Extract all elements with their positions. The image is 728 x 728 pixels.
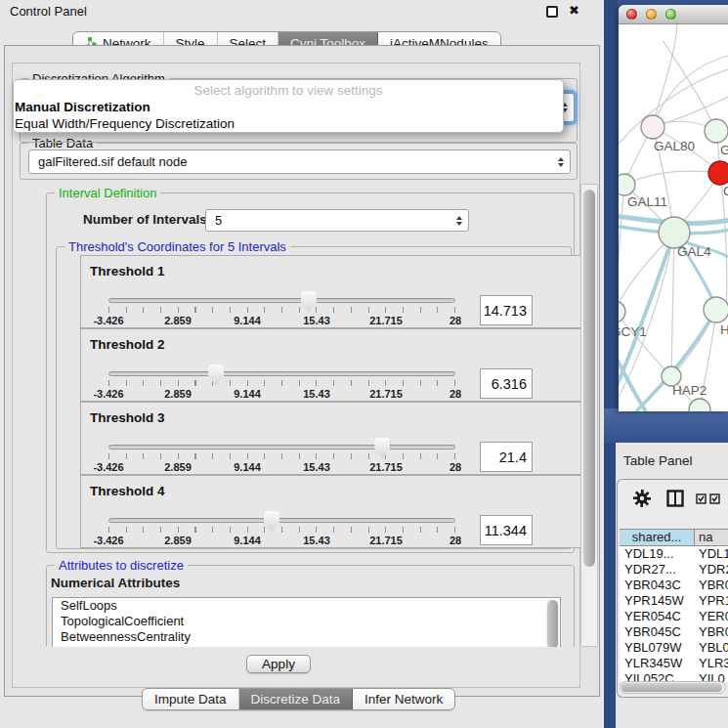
apply-button[interactable]: Apply xyxy=(246,655,311,673)
network-node-selected[interactable] xyxy=(708,161,728,185)
tick-label: 9.144 xyxy=(234,388,261,400)
tab-impute-data[interactable]: Impute Data xyxy=(143,689,239,709)
combo-arrows-icon xyxy=(558,157,564,167)
main-scrollbar[interactable] xyxy=(580,184,598,647)
network-node-label: HAP2 xyxy=(672,383,707,398)
network-node[interactable] xyxy=(619,174,635,195)
table-cell[interactable]: YBR045C xyxy=(620,624,697,640)
dropdown-option-manual[interactable]: Manual Discretization xyxy=(14,99,563,115)
threshold-slider[interactable]: -3.426 2.859 9.144 15.43 21.715 28 xyxy=(108,437,455,474)
threshold-value-field[interactable]: 14.713 xyxy=(480,295,533,325)
table-row[interactable]: YER054CYER0 xyxy=(620,609,728,624)
thresholds-group-title: Threshold's Coordinates for 5 Intervals xyxy=(64,239,290,254)
number-of-intervals-label: Number of Intervals xyxy=(83,212,207,227)
tab-discretize-data[interactable]: Discretize Data xyxy=(239,689,354,709)
split-view-icon[interactable] xyxy=(666,490,684,507)
table-panel-title: Table Panel xyxy=(623,453,693,468)
slider-ticks xyxy=(108,453,455,459)
network-node[interactable] xyxy=(641,115,664,139)
threshold-label: Threshold 1 xyxy=(90,264,165,278)
slider-ticks xyxy=(108,307,455,313)
table-cell[interactable]: YBL079W xyxy=(620,640,697,656)
scrollbar-thumb[interactable] xyxy=(621,683,722,692)
table-cell[interactable]: YPR1 xyxy=(697,593,728,609)
table-horizontal-scrollbar[interactable] xyxy=(620,681,726,694)
tick-label: 2.859 xyxy=(164,315,192,326)
table-cell[interactable]: YER054C xyxy=(620,609,697,624)
close-icon[interactable]: ✖ xyxy=(569,3,579,18)
threshold-slider[interactable]: -3.426 2.859 9.144 15.43 21.715 28 xyxy=(108,364,455,401)
table-row[interactable]: YBR045CYBR0 xyxy=(620,624,728,640)
table-row[interactable]: YPR145WYPR1 xyxy=(620,593,728,609)
minimize-traffic-light[interactable] xyxy=(646,9,657,20)
float-window-icon[interactable] xyxy=(546,6,558,18)
table-row[interactable]: YLR345WYLR3 xyxy=(620,656,728,671)
tick-label: 28 xyxy=(450,315,461,326)
tick-label: -3.426 xyxy=(93,535,123,546)
threshold-value-field[interactable]: 6.316 xyxy=(480,368,533,399)
table-cell[interactable]: YBL0 xyxy=(697,640,728,656)
table-cell[interactable]: YBR043C xyxy=(620,578,697,593)
table-cell[interactable]: YPR145W xyxy=(620,593,697,609)
table-row[interactable]: YBR043CYBR0 xyxy=(620,578,728,593)
network-node[interactable] xyxy=(689,399,710,411)
network-node[interactable] xyxy=(704,297,728,322)
table-row[interactable]: YDL19...YDL1 xyxy=(620,546,728,562)
table-cell[interactable]: YBR0 xyxy=(697,578,728,593)
table-data-combobox[interactable]: galFiltered.sif default node xyxy=(28,150,571,174)
settings-scroll-viewport: Interval Definition Number of Intervals … xyxy=(20,184,580,647)
network-window-titlebar[interactable] xyxy=(619,5,728,24)
number-of-intervals-combobox[interactable]: 5 xyxy=(205,209,469,232)
tick-label: -3.426 xyxy=(93,388,123,400)
threshold-panel: Threshold 4 -3.426 2.859 9.144 15.43 21.… xyxy=(80,475,580,548)
threshold-slider[interactable]: -3.426 2.859 9.144 15.43 21.715 28 xyxy=(108,290,455,327)
table-row[interactable]: YBL079WYBL0 xyxy=(620,640,728,656)
threshold-value-field[interactable]: 11.344 xyxy=(480,515,533,545)
dropdown-option-equal-width[interactable]: Equal Width/Frequency Discretization xyxy=(14,115,563,132)
table-cell[interactable]: YDR27... xyxy=(620,562,697,578)
table-data-selected-value: galFiltered.sif default node xyxy=(38,154,187,169)
table-cell[interactable]: YDL19... xyxy=(620,546,697,562)
slider-track[interactable] xyxy=(108,445,455,450)
tick-label: -3.426 xyxy=(93,461,123,473)
table-cell[interactable]: YLR345W xyxy=(620,656,697,671)
slider-track[interactable] xyxy=(108,371,455,376)
tick-label: 9.144 xyxy=(234,315,261,326)
list-scrollbar[interactable] xyxy=(546,599,559,647)
zoom-traffic-light[interactable] xyxy=(665,9,676,20)
tick-label: 15.43 xyxy=(303,388,330,400)
attributes-list[interactable]: SelfLoops TopologicalCoefficient Between… xyxy=(52,597,561,647)
control-panel: Control Panel ✖ Network Style Select Cyn… xyxy=(0,0,604,728)
list-item[interactable]: TopologicalCoefficient xyxy=(53,614,560,629)
table-cell[interactable]: YER0 xyxy=(697,609,728,624)
close-traffic-light[interactable] xyxy=(626,9,637,20)
column-header-name[interactable]: na xyxy=(695,530,728,545)
network-canvas[interactable]: GAL80 GA C GAL11 GAL4 GCY1 H HAP2 xyxy=(619,24,728,411)
slider-track[interactable] xyxy=(108,298,455,303)
list-item[interactable]: BetweennessCentrality xyxy=(53,629,560,645)
tick-label: 15.43 xyxy=(303,461,330,473)
tab-infer-network[interactable]: Infer Network xyxy=(353,689,454,709)
table-header-row: shared... na xyxy=(620,529,728,546)
table-row[interactable]: YDR27...YDR2 xyxy=(620,562,728,578)
tick-label: 9.144 xyxy=(234,461,261,473)
scrollbar-thumb[interactable] xyxy=(583,190,595,567)
tick-label: 21.715 xyxy=(369,535,403,546)
attributes-group-title: Attributes to discretize xyxy=(55,558,188,573)
slider-track[interactable] xyxy=(108,518,455,523)
gear-icon[interactable] xyxy=(633,490,651,507)
select-columns-icon[interactable] xyxy=(696,493,721,504)
threshold-value-field[interactable]: 21.4 xyxy=(480,442,533,472)
table-cell[interactable]: YDR2 xyxy=(697,562,728,578)
table-cell[interactable]: YLR3 xyxy=(697,656,728,671)
table-cell[interactable]: YBR0 xyxy=(697,624,728,640)
table-cell[interactable]: YDL1 xyxy=(697,546,728,562)
list-item[interactable]: SelfLoops xyxy=(53,598,560,614)
scrollbar-thumb[interactable] xyxy=(547,600,558,647)
column-header-shared-name[interactable]: shared... xyxy=(620,530,695,545)
threshold-slider[interactable]: -3.426 2.859 9.144 15.43 21.715 28 xyxy=(108,510,455,547)
network-node-label: GA xyxy=(720,143,728,157)
tick-label: 28 xyxy=(450,461,461,473)
network-node[interactable] xyxy=(619,301,625,322)
network-node[interactable] xyxy=(705,119,728,143)
